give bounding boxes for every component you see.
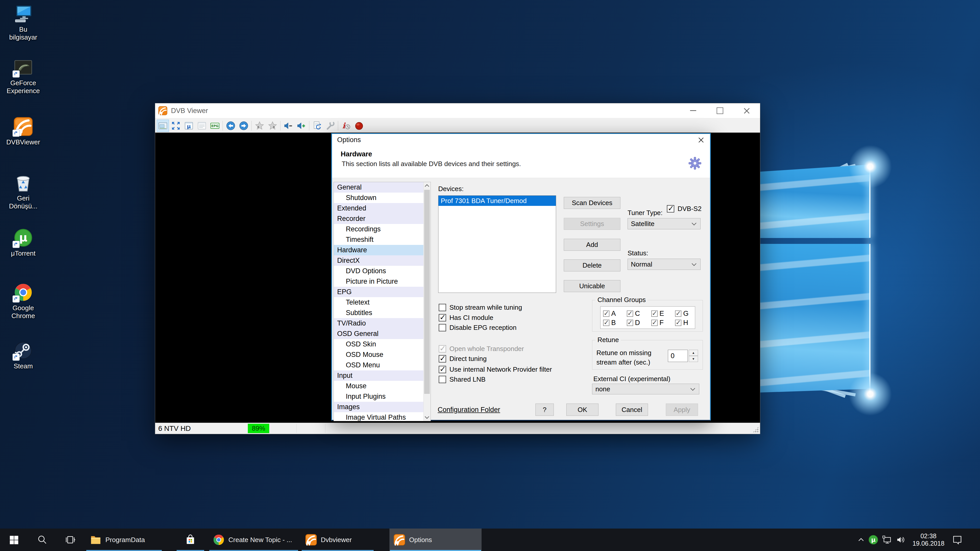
taskbar-app-create-new-topic[interactable]: Create New Topic - ... xyxy=(209,529,299,551)
option-disable-epg-reception[interactable]: Disable EPG reception xyxy=(439,323,517,332)
scroll-up-button[interactable] xyxy=(424,182,430,189)
desktop-icon-geforce-experience[interactable]: GeForce Experience xyxy=(5,58,42,95)
checkbox-has-ci-module[interactable] xyxy=(439,314,446,321)
spin-up-button[interactable]: ▲ xyxy=(689,350,698,356)
tray-expand-button[interactable] xyxy=(854,529,868,551)
channel-group-g[interactable]: G xyxy=(675,310,689,318)
ok-button[interactable]: OK xyxy=(566,403,598,416)
mu-window-button[interactable]: μ xyxy=(183,120,195,132)
checkbox-open-whole-transponder[interactable] xyxy=(439,345,446,353)
channel-group-b[interactable]: B xyxy=(603,319,616,327)
sidebar-item-input[interactable]: Input xyxy=(334,370,424,381)
clock[interactable]: 02:38 19.06.2018 xyxy=(908,529,948,551)
retune-seconds-input[interactable]: 0 xyxy=(668,350,688,362)
sidebar-item-input-plugins[interactable]: Input Plugins xyxy=(334,391,424,402)
option-direct-tuning[interactable]: Direct tuning xyxy=(439,354,487,363)
sidebar-item-tv-radio[interactable]: TV/Radio xyxy=(334,318,424,329)
sidebar-item-osd-skin[interactable]: OSD Skin xyxy=(334,339,424,349)
volume-tray-button[interactable] xyxy=(894,529,907,551)
volume-up-button[interactable] xyxy=(295,120,307,132)
desktop-icon-torrent[interactable]: μμTorrent xyxy=(5,228,42,257)
info-timer-button[interactable]: i xyxy=(340,120,352,132)
volume-down-button[interactable] xyxy=(282,120,294,132)
channel-group-f[interactable]: F xyxy=(651,319,664,327)
help-button[interactable]: ? xyxy=(535,403,554,416)
settings-button[interactable]: Settings xyxy=(564,218,620,230)
devices-list[interactable]: Prof 7301 BDA Tuner/Demod xyxy=(438,195,556,293)
maximize-button[interactable] xyxy=(706,103,733,118)
option-shared-lnb[interactable]: Shared LNB xyxy=(439,375,486,384)
channel-group-c[interactable]: C xyxy=(627,310,640,318)
scan-devices-button[interactable]: Scan Devices xyxy=(564,197,620,209)
sidebar-item-osd-general[interactable]: OSD General xyxy=(334,329,424,339)
scroll-down-button[interactable] xyxy=(424,414,430,421)
utorrent-tray-button[interactable]: μ xyxy=(867,529,880,551)
network-tray-button[interactable] xyxy=(880,529,894,551)
unicable-button[interactable]: Unicable xyxy=(564,280,620,292)
checkbox-group-b[interactable] xyxy=(603,320,609,326)
sidebar-item-recorder[interactable]: Recorder xyxy=(334,213,424,224)
minimize-button[interactable] xyxy=(679,103,706,118)
checkbox-use-internal-network-provider-filter[interactable] xyxy=(439,366,446,373)
checkbox-disable-epg-reception[interactable] xyxy=(439,324,446,331)
epg-button[interactable]: EPG xyxy=(209,120,221,132)
external-ci-select[interactable]: none xyxy=(592,384,699,394)
sidebar-item-image-virtual-paths[interactable]: Image Virtual Paths xyxy=(334,412,424,421)
checkbox-group-g[interactable] xyxy=(675,310,681,317)
device-item-prof-7301-bda-tuner-demod[interactable]: Prof 7301 BDA Tuner/Demod xyxy=(438,196,556,206)
wrench-button[interactable] xyxy=(324,120,336,132)
task-view-button[interactable] xyxy=(56,529,84,551)
desktop-icon-geri-d-n[interactable]: Geri Dönüşü... xyxy=(5,173,42,210)
cancel-button[interactable]: Cancel xyxy=(616,403,648,416)
sidebar-item-dvd-options[interactable]: DVD Options xyxy=(334,266,424,276)
sidebar-item-teletext[interactable]: Teletext xyxy=(334,297,424,308)
sidebar-item-recordings[interactable]: Recordings xyxy=(334,224,424,234)
option-stop-stream-while-tuning[interactable]: Stop stream while tuning xyxy=(439,303,522,312)
checkbox-stop-stream-while-tuning[interactable] xyxy=(439,304,446,311)
sidebar-item-subtitles[interactable]: Subtitles xyxy=(334,308,424,318)
back-button[interactable] xyxy=(224,120,237,132)
sidebar-item-images[interactable]: Images xyxy=(334,402,424,412)
option-has-ci-module[interactable]: Has CI module xyxy=(439,313,493,322)
checkbox-group-a[interactable] xyxy=(603,310,609,317)
dvbs2-checkbox[interactable] xyxy=(667,205,674,213)
taskbar-app-store[interactable] xyxy=(176,529,205,551)
taskbar-app-programdata[interactable]: ProgramData xyxy=(86,529,162,551)
channel-group-a[interactable]: A xyxy=(603,310,616,318)
configuration-folder-link[interactable]: Configuration Folder xyxy=(438,406,500,414)
desktop-icon-bu-bilgisayar[interactable]: Bu bilgisayar xyxy=(5,4,42,41)
checkbox-group-c[interactable] xyxy=(627,310,633,317)
record-button[interactable] xyxy=(353,120,365,132)
checkbox-group-e[interactable] xyxy=(651,310,658,317)
refresh-doc-button[interactable] xyxy=(311,120,323,132)
star-forward-button[interactable] xyxy=(266,120,279,132)
nav-scrollbar[interactable] xyxy=(423,182,431,421)
close-button[interactable] xyxy=(733,103,760,118)
text-window-button[interactable] xyxy=(196,120,208,132)
option-open-whole-transponder[interactable]: Open whole Transponder xyxy=(439,345,524,353)
tuner-type-select[interactable]: Satellite xyxy=(628,218,700,229)
option-use-internal-network-provider-filter[interactable]: Use internal Network Provider filter xyxy=(439,365,552,374)
star-back-button[interactable] xyxy=(253,120,266,132)
spin-down-button[interactable]: ▼ xyxy=(689,356,698,362)
channel-group-d[interactable]: D xyxy=(627,319,640,327)
forward-button[interactable] xyxy=(238,120,250,132)
taskbar-app-options[interactable]: Options xyxy=(390,529,482,551)
checkbox-shared-lnb[interactable] xyxy=(439,376,446,383)
sidebar-item-shutdown[interactable]: Shutdown xyxy=(334,192,424,203)
sidebar-item-picture-in-picture[interactable]: Picture in Picture xyxy=(334,276,424,287)
sidebar-item-hardware[interactable]: Hardware xyxy=(334,245,424,256)
sidebar-item-epg[interactable]: EPG xyxy=(334,287,424,297)
dvbs2-checkbox-row[interactable]: DVB-S2 xyxy=(667,204,702,213)
sidebar-item-extended[interactable]: Extended xyxy=(334,203,424,213)
taskbar-app-dvbviewer[interactable]: Dvbviewer xyxy=(301,529,374,551)
channel-group-h[interactable]: H xyxy=(675,319,688,327)
sidebar-item-osd-mouse[interactable]: OSD Mouse xyxy=(334,349,424,360)
resize-grip[interactable] xyxy=(753,427,759,432)
action-center-button[interactable] xyxy=(948,529,966,551)
checkbox-group-h[interactable] xyxy=(675,320,681,326)
desktop-icon-google-chrome[interactable]: Google Chrome xyxy=(5,283,42,320)
desktop-icon-steam[interactable]: Steam xyxy=(5,341,42,370)
apply-button[interactable]: Apply xyxy=(666,403,698,416)
tv-window-button[interactable] xyxy=(157,120,169,132)
